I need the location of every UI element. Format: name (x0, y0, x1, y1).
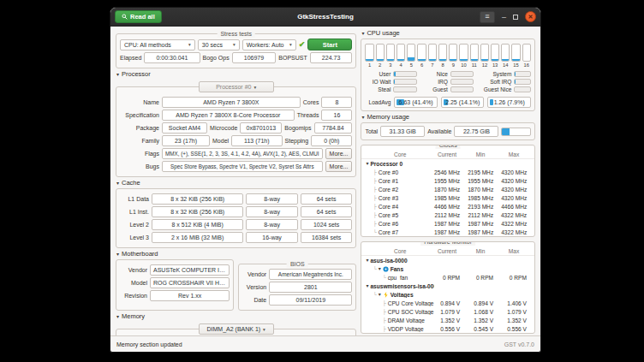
model-field[interactable]: 113 (71h) (231, 135, 282, 146)
bugs-more-button[interactable]: More... (325, 161, 353, 172)
hwmon-group-row[interactable]: └▾Fans (361, 264, 534, 273)
chevron-down-icon: ▾ (289, 42, 292, 47)
expander-triangle-icon[interactable]: ▾ (379, 292, 381, 297)
cache-ways-field[interactable]: 8-way (246, 219, 298, 230)
cache-ways-field[interactable]: 16-way (246, 232, 298, 243)
cache-ways-field[interactable]: 8-way (246, 193, 298, 205)
table-row[interactable]: ├CPU SOC Voltage1.079 V1.068 V1.079 V (361, 307, 534, 316)
stress-method-dropdown[interactable]: CPU: All methods ▾ (120, 39, 195, 50)
col-core[interactable]: Core (361, 151, 434, 157)
stress-workers-value: Workers: Auto (247, 42, 284, 48)
table-row[interactable]: ├Core #02546 MHz2195 MHz4320 MHz (361, 168, 534, 176)
hwmon-chip-row[interactable]: ▾asuswmisensors-isa-0000 (361, 282, 534, 290)
table-row[interactable]: ├DRAM Voltage1.352 V1.352 V1.352 V (361, 316, 534, 324)
bogomips-field[interactable]: 7784.84 (314, 122, 353, 134)
cache-size-field[interactable]: 2 x 16 MiB (32 MiB) (152, 232, 243, 243)
close-button[interactable]: ✕ (525, 11, 536, 22)
bios-version-field[interactable]: 2801 (269, 282, 352, 293)
family-label: Family (120, 138, 159, 144)
cores-field[interactable]: 8 (321, 97, 352, 108)
expander-triangle-icon[interactable]: ▾ (366, 258, 368, 263)
cache-size-field[interactable]: 8 x 32 KiB (256 KiB) (152, 206, 243, 217)
table-row[interactable]: └cpu_fan0 RPM0 RPM0 RPM (361, 273, 534, 282)
mb-vendor-field[interactable]: ASUSTeK COMPUTER INC. (150, 264, 230, 276)
cache-sets-field[interactable]: 16384 sets (301, 232, 353, 243)
col-min[interactable]: Min (468, 248, 501, 254)
read-all-button[interactable]: Read all (115, 10, 162, 23)
stress-duration-dropdown[interactable]: 30 secs ▾ (198, 39, 240, 50)
cpu-core-number: 8 (438, 62, 447, 68)
mem-total-field[interactable]: 31.33 GiB (380, 126, 425, 137)
maximize-button[interactable] (513, 15, 518, 20)
cpu-usage-expander[interactable]: ▾ CPU usage (361, 29, 535, 37)
spec-field[interactable]: AMD Ryzen 7 3800X 8-Core Processor (162, 110, 295, 121)
table-row[interactable]: └1.8V PLL Voltage1.799 V1.799 V1.799 V (361, 333, 534, 334)
table-row[interactable]: ├Core #52112 MHz2112 MHz4322 MHz (361, 211, 534, 219)
cpu-name-field[interactable]: AMD Ryzen 7 3800X (162, 97, 301, 108)
package-label: Package (120, 125, 159, 131)
cache-size-field[interactable]: 8 x 32 KiB (256 KiB) (152, 193, 243, 205)
minimize-button[interactable]: – (502, 14, 506, 21)
mem-available-field[interactable]: 22.75 GiB (454, 126, 498, 137)
expander-triangle-icon[interactable]: ▾ (366, 283, 368, 288)
menu-button[interactable]: ≡ (480, 11, 495, 23)
table-row[interactable]: ├Core #11955 MHz1955 MHz4320 MHz (361, 176, 534, 185)
col-min[interactable]: Min (468, 151, 501, 157)
statusbar: Memory section updated GST v0.7.0 (110, 335, 540, 352)
table-row[interactable]: ├Core #21870 MHz1870 MHz4320 MHz (361, 185, 534, 193)
bopsust-field[interactable]: 224.73 (310, 52, 353, 63)
cache-sets-field[interactable]: 64 sets (301, 193, 353, 205)
cache-sets-field[interactable]: 1024 sets (301, 219, 353, 230)
stat-label: Steal (365, 86, 391, 92)
motherboard-frames: Vendor ASUSTeK COMPUTER INC. Model ROG C… (116, 259, 356, 311)
table-row[interactable]: ├Core #61987 MHz1987 MHz4322 MHz (361, 219, 534, 228)
cpu-core-number: 15 (511, 62, 520, 68)
bios-vendor-field[interactable]: American Megatrends Inc. (269, 269, 352, 280)
bogo-ops-field[interactable]: 106979 (232, 52, 277, 63)
processor-selector-dropdown[interactable]: Processor #0 ▾ (199, 81, 274, 92)
table-row[interactable]: ├VDDP Voltage0.556 V0.545 V0.556 V (361, 324, 534, 333)
table-row[interactable]: ├Core #44466 MHz2193 MHz4466 MHz (361, 202, 534, 211)
bugs-field[interactable]: Spec Store Bypass, Spectre V1, Spectre V… (162, 161, 323, 172)
col-current[interactable]: Current (434, 248, 468, 254)
threads-field[interactable]: 16 (321, 110, 352, 121)
table-row[interactable]: └Core #71987 MHz1987 MHz4322 MHz (361, 228, 534, 236)
start-button[interactable]: Start (307, 39, 352, 50)
processor-expander[interactable]: ▾ Processor (116, 70, 356, 78)
clocks-group-row[interactable]: ▾Processor 0 (361, 159, 534, 168)
cache-ways-field[interactable]: 8-way (246, 206, 298, 217)
mb-model-field[interactable]: ROG CROSSHAIR VII HERO (150, 277, 230, 288)
family-field[interactable]: 23 (17h) (162, 135, 210, 146)
mb-revision-field[interactable]: Rev 1.xx (150, 290, 230, 301)
cache-sets-field[interactable]: 64 sets (301, 206, 353, 217)
col-current[interactable]: Current (434, 151, 468, 157)
flags-field[interactable]: MMX, (+), SSE(1, 2, 3, 3S, 4.1, 4.2, 4A)… (162, 148, 323, 159)
hwmon-group-row[interactable]: └▾Voltages (361, 290, 534, 299)
status-message: Memory section updated (116, 341, 182, 347)
cache-size-field[interactable]: 8 x 512 KiB (4 MiB) (152, 219, 243, 230)
motherboard-expander[interactable]: ▾ Motherboard (116, 250, 356, 258)
dimm-selector-dropdown[interactable]: DIMM_A2 (BANK 1) ▾ (199, 323, 274, 335)
stepping-field[interactable]: 0 (0h) (311, 135, 352, 146)
memory-usage-expander[interactable]: ▾ Memory usage (361, 113, 535, 121)
bugs-label: Bugs (120, 163, 159, 169)
hwmon-chip-row[interactable]: ▾asus-isa-0000 (361, 256, 534, 264)
expander-triangle-icon[interactable]: ▾ (366, 161, 368, 166)
core-current: 1987 MHz (434, 229, 468, 235)
cache-expander[interactable]: ▾ Cache (116, 179, 356, 187)
titlebar[interactable]: GtkStressTesting Read all ≡ – ✕ (110, 8, 540, 27)
elapsed-field[interactable]: 0:00:30.041 (144, 52, 200, 63)
col-core[interactable]: Core (361, 248, 434, 254)
expander-triangle-icon[interactable]: ▾ (379, 266, 381, 271)
col-max[interactable]: Max (501, 151, 534, 157)
col-max[interactable]: Max (501, 248, 534, 254)
loadavg-5min-value: 2.25 (14.1%) (445, 99, 480, 105)
microcode-field[interactable]: 0x8701013 (240, 122, 282, 134)
memory-expander[interactable]: ▾ Memory (116, 312, 356, 320)
table-row[interactable]: ├Core #31985 MHz1985 MHz4320 MHz (361, 193, 534, 202)
package-field[interactable]: Socket AM4 (162, 122, 207, 134)
flags-more-button[interactable]: More... (325, 148, 353, 159)
stress-workers-dropdown[interactable]: Workers: Auto ▾ (242, 39, 296, 50)
bios-date-field[interactable]: 09/11/2019 (269, 294, 352, 306)
table-row[interactable]: ├CPU Core Voltage0.894 V0.894 V1.406 V (361, 299, 534, 307)
